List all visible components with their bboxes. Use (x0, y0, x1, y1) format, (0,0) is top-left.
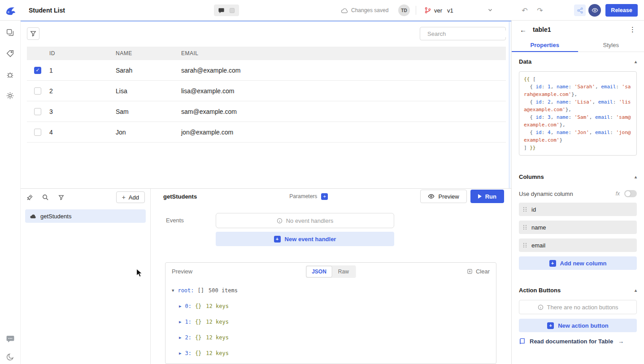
app-logo-icon[interactable] (0, 0, 21, 21)
add-new-column-label: Add new column (560, 260, 607, 267)
redo-button[interactable]: ↷ (534, 4, 546, 17)
mode-toggle (214, 4, 239, 16)
tree-node[interactable]: ▶1:{}12 keys (172, 314, 490, 329)
tree-expand-icon[interactable]: ▶ (179, 320, 181, 324)
cell-id: 1 (48, 67, 116, 74)
help-chat-icon[interactable] (6, 334, 15, 343)
tree-expand-icon[interactable]: ▶ (179, 335, 181, 340)
avatar[interactable]: TD (398, 4, 410, 16)
save-status-text: Changes saved (351, 7, 388, 13)
collapse-icon[interactable]: ▴ (635, 174, 637, 179)
table-row[interactable]: 3Samsam@example.com (27, 101, 506, 122)
property-pane-tabs: Properties Styles (512, 39, 644, 52)
widget-mode-icon[interactable] (228, 7, 235, 14)
widget-name[interactable]: table1 (533, 26, 551, 33)
pages-icon[interactable] (6, 28, 15, 37)
plus-icon: + (549, 260, 556, 267)
fx-icon[interactable]: fx (616, 191, 620, 197)
new-action-button-label: New action button (558, 322, 609, 329)
new-action-button[interactable]: + New action button (519, 319, 637, 332)
top-bar: Student List Changes saved TD ver v1 (0, 0, 644, 21)
add-new-column-button[interactable]: + Add new column (519, 256, 637, 270)
code-line: { id: 2, name: 'Lisa', email: 'lisa@exam… (524, 98, 632, 113)
collapse-icon[interactable]: ▴ (635, 288, 637, 293)
tree-collapse-icon[interactable]: ▼ (172, 288, 174, 293)
share-button[interactable] (574, 4, 586, 16)
add-query-button[interactable]: + Add (116, 191, 145, 203)
tab-raw[interactable]: Raw (332, 266, 355, 277)
docs-link[interactable]: Read documentation for Table → (519, 338, 637, 345)
play-icon (478, 194, 482, 199)
row-checkbox[interactable] (34, 108, 41, 115)
drag-handle-icon[interactable] (523, 243, 527, 247)
table-filter-button[interactable] (27, 27, 39, 40)
dynamic-column-toggle[interactable] (624, 190, 637, 197)
no-action-buttons: There are no action buttons (519, 300, 637, 314)
code-line: { id: 4, name: 'Jon', email: 'jon@exampl… (524, 129, 632, 144)
clear-button[interactable]: Clear (467, 268, 490, 275)
table-row[interactable]: 2Lisalisa@example.com (27, 81, 506, 101)
no-event-handlers-text: No event handlers (286, 217, 334, 224)
comment-mode-icon[interactable] (218, 7, 225, 14)
cloud-icon (341, 8, 348, 13)
tree-root-brackets: [] (198, 287, 204, 294)
collapse-icon[interactable]: ▴ (635, 59, 637, 64)
query-list-item[interactable]: getStudents (25, 209, 146, 223)
release-button[interactable]: Release (605, 4, 638, 17)
add-parameter-button[interactable]: + (321, 193, 328, 200)
tree-node-key: 2: (185, 334, 191, 341)
pin-icon[interactable] (26, 194, 33, 201)
left-rail (0, 21, 21, 364)
data-code[interactable]: {{ [ { id: 1, name: 'Sarah', email: 'sar… (519, 71, 637, 156)
clear-label: Clear (476, 268, 490, 275)
table-row[interactable]: 4Jonjon@example.com (27, 122, 506, 143)
column-item-label: name (531, 224, 546, 231)
column-item[interactable]: id (519, 203, 637, 216)
info-icon (277, 218, 283, 224)
filter-icon[interactable] (57, 194, 65, 201)
run-button[interactable]: Run (470, 190, 504, 203)
row-checkbox[interactable] (34, 129, 41, 136)
column-item[interactable]: name (519, 221, 637, 234)
app-preview-button[interactable] (588, 4, 601, 17)
header-name[interactable]: NAME (116, 50, 181, 56)
tab-properties[interactable]: Properties (512, 39, 578, 52)
tree-node[interactable]: ▶2:{}12 keys (172, 329, 490, 345)
query-preview-button[interactable]: Preview (420, 190, 466, 203)
table-widget[interactable]: ID NAME EMAIL ✓1Sarahsarah@example.com2L… (27, 27, 506, 143)
tab-json[interactable]: JSON (306, 266, 332, 277)
datasources-icon[interactable] (6, 49, 15, 58)
header-id[interactable]: ID (48, 50, 116, 56)
drag-handle-icon[interactable] (523, 207, 527, 212)
tree-node[interactable]: ▶0:{}12 keys (172, 298, 490, 314)
code-line: ] }} (524, 144, 632, 152)
cell-name: Lisa (116, 87, 181, 95)
drag-handle-icon[interactable] (523, 225, 527, 230)
chevron-down-icon[interactable] (487, 7, 493, 13)
tree-expand-icon[interactable]: ▶ (179, 304, 181, 308)
debug-icon[interactable] (6, 70, 15, 79)
new-event-handler-button[interactable]: + New event handler (216, 232, 394, 246)
undo-button[interactable]: ↶ (518, 4, 531, 17)
table-row[interactable]: ✓1Sarahsarah@example.com (27, 60, 506, 81)
search-icon[interactable] (42, 194, 49, 201)
settings-icon[interactable] (6, 91, 15, 100)
app-window: Student List Changes saved TD ver v1 (0, 0, 644, 364)
tab-styles[interactable]: Styles (578, 39, 644, 52)
table-search-input[interactable] (427, 30, 506, 37)
back-icon[interactable]: ← (520, 26, 527, 34)
tree-expand-icon[interactable]: ▶ (179, 351, 181, 355)
row-checkbox[interactable] (34, 87, 41, 95)
query-name[interactable]: getStudents (163, 193, 197, 200)
kebab-menu-icon[interactable]: ⋮ (629, 26, 636, 34)
row-checkbox[interactable]: ✓ (34, 67, 41, 74)
tree-root[interactable]: ▼ root: [] 500 items (172, 282, 490, 298)
tree-node[interactable]: ▶3:{}12 keys (172, 345, 490, 361)
filter-icon (30, 30, 36, 37)
json-tree: ▼ root: [] 500 items ▶0:{}12 keys▶1:{}12… (165, 280, 496, 364)
theme-moon-icon[interactable] (6, 352, 15, 361)
column-item[interactable]: email (519, 238, 637, 252)
docs-icon (519, 338, 526, 345)
branch-selector[interactable]: ver v1 (424, 0, 453, 21)
header-email[interactable]: EMAIL (181, 50, 506, 56)
